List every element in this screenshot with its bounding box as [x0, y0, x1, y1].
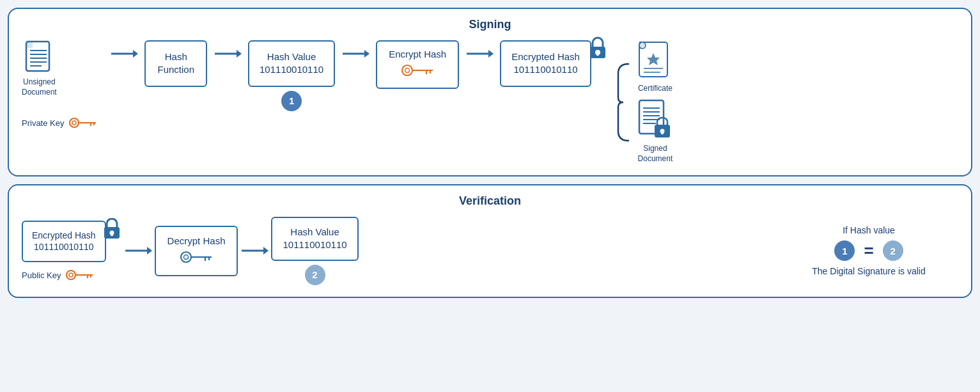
circle-2-verif: 2: [305, 265, 325, 285]
verification-section: Verification Encrypted Hash101110010110 …: [8, 184, 972, 298]
brace-icon: [617, 61, 630, 144]
public-key-label: Public Key: [22, 270, 61, 280]
verif-left-info: Encrypted Hash101110010110 Public Key: [22, 221, 121, 282]
circle-1-signing: 1: [281, 91, 302, 111]
svg-rect-1: [26, 42, 33, 48]
svg-point-53: [184, 255, 189, 259]
hash-function-label: HashFunction: [157, 51, 194, 75]
arrow-doc-to-hash: [110, 47, 138, 61]
svg-point-19: [405, 68, 410, 73]
hash-function-box: HashFunction: [144, 40, 207, 87]
signing-section: Signing UnsignedDocument Private Key: [8, 8, 972, 176]
verif-result-area: If Hash value 1 = 2 The Digital Signatur…: [779, 219, 958, 283]
svg-rect-27: [596, 52, 599, 56]
signing-title: Signing: [22, 18, 958, 31]
verif-hash-value-area: Hash Value101110010110 2: [271, 217, 358, 285]
equals-sign: =: [864, 241, 873, 261]
svg-rect-41: [661, 131, 664, 134]
circle-1-verif: 1: [834, 240, 855, 261]
svg-point-52: [181, 252, 191, 262]
decrypt-key-icon: [180, 250, 213, 264]
public-key-row: Public Key: [22, 269, 94, 281]
certificate-label: Certificate: [638, 84, 673, 93]
svg-marker-24: [488, 50, 494, 58]
hash-value-box: Hash Value101110010110: [248, 40, 335, 87]
signing-left-info: UnsignedDocument Private Key: [22, 40, 97, 129]
arrow-verif-1: [124, 244, 152, 258]
svg-point-8: [72, 121, 76, 125]
signed-doc-label: SignedDocument: [638, 144, 673, 164]
svg-point-29: [639, 42, 646, 49]
verif-encrypted-hash-box: Encrypted Hash101110010110: [22, 221, 106, 263]
private-key-row: Private Key: [22, 116, 97, 129]
encrypted-hash-sign-box: Encrypted Hash101110010110: [500, 40, 591, 87]
circle-2-result: 2: [883, 240, 903, 261]
svg-rect-44: [111, 233, 113, 236]
unsigned-doc-icon: [25, 40, 53, 75]
svg-marker-51: [147, 247, 152, 255]
arrow-value-to-encrypt: [341, 47, 369, 61]
signed-doc-area: SignedDocument: [638, 99, 673, 164]
unsigned-doc-label: UnsignedDocument: [22, 77, 57, 97]
valid-signature-text: The Digital Signature is valid: [812, 266, 925, 276]
public-key-icon: [65, 269, 94, 281]
svg-point-45: [66, 270, 75, 279]
svg-point-7: [70, 118, 79, 127]
svg-point-18: [402, 65, 412, 75]
encrypt-key-icon: [401, 63, 434, 77]
verif-lock-icon: [102, 218, 121, 240]
certificate-area: Certificate: [637, 40, 673, 93]
encrypt-hash-label: Encrypt Hash: [389, 48, 446, 61]
arrow-encrypt-to-enc-hash: [465, 47, 494, 61]
svg-marker-17: [364, 50, 369, 58]
lock-icon-encrypted: [587, 36, 608, 59]
signed-doc-icon: [638, 99, 673, 141]
svg-marker-13: [133, 50, 138, 58]
private-key-label: Private Key: [22, 118, 64, 128]
decrypt-hash-label: Decrypt Hash: [167, 235, 226, 247]
if-hash-text: If Hash value: [843, 225, 895, 235]
certificate-icon: [637, 40, 673, 81]
verification-title: Verification: [22, 194, 958, 208]
svg-point-46: [69, 273, 73, 277]
arrow-hash-to-value: [214, 47, 242, 61]
svg-marker-58: [263, 247, 268, 255]
svg-marker-15: [237, 50, 242, 58]
arrow-verif-2: [240, 244, 268, 258]
decrypt-hash-box: Decrypt Hash: [155, 226, 238, 277]
encrypt-hash-box: Encrypt Hash: [376, 40, 459, 89]
private-key-icon: [68, 116, 97, 129]
equals-row: 1 = 2: [834, 240, 903, 261]
verif-hash-value-box: Hash Value101110010110: [271, 217, 358, 261]
